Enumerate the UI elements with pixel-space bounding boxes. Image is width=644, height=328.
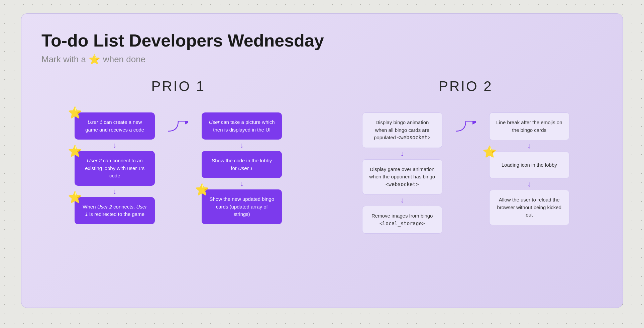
star-icon: ⭐: [68, 106, 82, 119]
subtitle-pre: Mark with a: [41, 54, 86, 65]
star-icon: ⭐: [195, 183, 209, 196]
prio2-flow-columns: Display bingo animation when all bingo c…: [329, 104, 603, 234]
prio2-col1-item1: Display bingo animation when all bingo c…: [362, 112, 442, 148]
prio2-col1-item3: Remove images from bingo <local_storage>: [362, 206, 442, 234]
main-card: To-do List Developers Wednesday Mark wit…: [21, 13, 623, 308]
prio1-col1-card1: User 1 can create a new game and receive…: [75, 112, 155, 140]
prio1-title: PRIO 1: [151, 78, 205, 94]
cross-arrow: [168, 104, 188, 224]
prio1-col1-item3: ⭐ When User 2 connects, User 1 is redire…: [75, 197, 155, 224]
cross-arrow2: [456, 104, 476, 234]
prio1-col1-card2: User 2 can connect to an existing lobby …: [75, 151, 155, 186]
arrow-down-icon: ↓: [527, 142, 531, 150]
arrow-down-icon: ↓: [240, 180, 244, 187]
prio1-col2-card1: User can take a picture which then is di…: [202, 112, 282, 140]
prio1-col2-item3: ⭐ Show the new updated bingo cards (upda…: [202, 189, 282, 224]
prio2-col2-card1: Line break after the emojis on the bingo…: [489, 112, 569, 140]
prio1-col2-card2: Show the code in the lobby for User 1: [202, 151, 282, 178]
prio1-col1-item2: ⭐ User 2 can connect to an existing lobb…: [75, 151, 155, 186]
columns-wrapper: PRIO 1 ⭐ User 1 can create a new game an…: [41, 78, 603, 234]
prio2-section: PRIO 2 Display bingo animation when all …: [329, 78, 603, 234]
star-icon: ⭐: [482, 145, 497, 158]
prio1-col2-card3: Show the new updated bingo cards (update…: [202, 189, 282, 224]
arrow-down-icon: ↓: [113, 142, 117, 149]
prio2-col1-card2: Display game over animation when the opp…: [362, 159, 442, 195]
prio2-col2-card2: Loading icon in the lobby: [489, 152, 569, 178]
italic-user1: User 1: [88, 119, 102, 125]
curve-arrow-svg2: [456, 121, 476, 141]
section-divider: [322, 78, 322, 234]
subtitle: Mark with a ⭐ when done: [41, 54, 603, 65]
prio1-section: PRIO 1 ⭐ User 1 can create a new game an…: [41, 78, 315, 234]
star-icon: ⭐: [68, 190, 82, 204]
arrow-down-icon: ↓: [113, 188, 117, 195]
prio1-col2-item2: Show the code in the lobby for User 1: [202, 151, 282, 178]
star-icon: ⭐: [68, 144, 82, 158]
prio1-col1: ⭐ User 1 can create a new game and recei…: [75, 104, 155, 224]
prio2-col2: Line break after the emojis on the bingo…: [489, 104, 569, 234]
page-title: To-do List Developers Wednesday: [41, 30, 603, 51]
italic-user2: User 2: [87, 158, 102, 163]
prio2-col1-card1: Display bingo animation when all bingo c…: [362, 112, 442, 148]
prio2-title: PRIO 2: [439, 78, 493, 94]
arrow-down-icon: ↓: [400, 196, 404, 204]
prio1-flow-columns: ⭐ User 1 can create a new game and recei…: [41, 104, 315, 224]
prio2-col1-card3: Remove images from bingo <local_storage>: [362, 206, 442, 234]
prio1-col2: User can take a picture which then is di…: [202, 104, 282, 224]
prio1-col2-item1: User can take a picture which then is di…: [202, 112, 282, 140]
arrow-down-icon: ↓: [240, 142, 244, 149]
arrow-down-icon: ↓: [527, 180, 531, 188]
subtitle-post: when done: [103, 54, 145, 65]
prio2-col2-item3: Allow the user to reload the browser wit…: [489, 190, 569, 225]
prio2-col2-card3: Allow the user to reload the browser wit…: [489, 190, 569, 225]
arrow-down-icon: ↓: [400, 150, 404, 157]
prio2-col2-item1: Line break after the emojis on the bingo…: [489, 112, 569, 140]
prio2-col1-item2: Display game over animation when the opp…: [362, 159, 442, 195]
prio2-col1: Display bingo animation when all bingo c…: [362, 104, 442, 234]
prio1-col1-card3: When User 2 connects, User 1 is redirect…: [75, 197, 155, 224]
prio1-col1-item1: ⭐ User 1 can create a new game and recei…: [75, 112, 155, 140]
star-icon: ⭐: [89, 54, 100, 65]
prio2-col2-item2: ⭐ Loading icon in the lobby: [489, 152, 569, 178]
curve-arrow-svg: [168, 121, 188, 141]
